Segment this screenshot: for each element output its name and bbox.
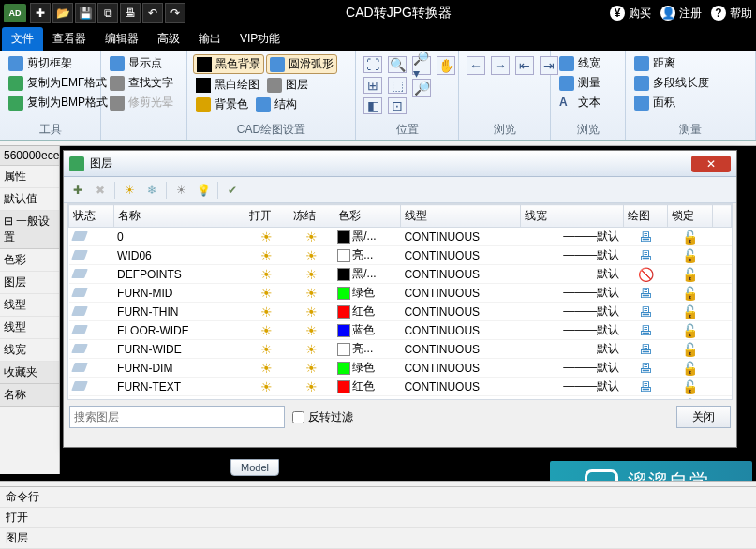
tab-file[interactable]: 文件 xyxy=(2,27,43,51)
bulb-on-icon[interactable]: ☀ xyxy=(260,248,273,263)
ribbon-area[interactable]: 面积 xyxy=(631,94,749,111)
table-row[interactable]: FURN-MID☀☀绿色CONTINUOUS———默认🖶🔓 xyxy=(69,284,732,303)
ribbon-show-point[interactable]: 显示点 xyxy=(107,54,181,72)
th-color[interactable]: 色彩 xyxy=(334,205,400,228)
search-layer-input[interactable] xyxy=(69,406,285,428)
left-row-color[interactable]: 色彩 xyxy=(0,249,59,272)
saveall-icon[interactable]: ⧉ xyxy=(97,3,118,23)
open-icon[interactable]: 📂 xyxy=(52,3,73,23)
table-row[interactable]: FURN-THIN☀☀红色CONTINUOUS———默认🖶🔓 xyxy=(69,303,732,321)
th-lineweight[interactable]: 线宽 xyxy=(520,205,623,228)
lock-icon[interactable]: 🔓 xyxy=(682,361,698,376)
bulb-on-icon[interactable]: ☀ xyxy=(260,230,273,245)
tb-bulb-icon[interactable]: 💡 xyxy=(195,182,212,199)
tb-delete-layer-icon[interactable]: ✖ xyxy=(92,182,109,199)
plot-icon[interactable]: 🖶 xyxy=(639,304,652,319)
ribbon-find-text[interactable]: 查找文字 xyxy=(107,74,181,92)
tab-advanced[interactable]: 高级 xyxy=(148,27,189,51)
color-swatch[interactable] xyxy=(337,343,350,356)
plot-icon[interactable]: 🚫 xyxy=(638,267,654,282)
ribbon-bg-color[interactable]: 背景色 xyxy=(193,96,251,113)
lock-icon[interactable]: 🔓 xyxy=(682,304,698,319)
lock-icon[interactable]: 🔓 xyxy=(682,379,698,394)
lock-icon[interactable]: 🔓 xyxy=(682,267,698,282)
bulb-on-icon[interactable]: ☀ xyxy=(260,267,273,282)
freeze-icon[interactable]: ☀ xyxy=(305,248,318,263)
ribbon-distance[interactable]: 距离 xyxy=(631,54,749,72)
lock-icon[interactable]: 🔓 xyxy=(682,323,698,338)
table-row[interactable]: 0☀☀黑/...CONTINUOUS———默认🖶🔓 xyxy=(69,228,732,246)
ribbon-smooth-arc[interactable]: 圆滑弧形 xyxy=(266,54,337,74)
lock-icon[interactable]: 🔓 xyxy=(682,286,698,301)
tb-freeze-icon[interactable]: ❄ xyxy=(143,182,160,199)
model-tab[interactable]: Model xyxy=(230,459,279,476)
freeze-icon[interactable]: ☀ xyxy=(305,323,318,338)
ribbon-layers[interactable]: 图层 xyxy=(264,76,311,94)
ribbon-measure[interactable]: 测量 xyxy=(556,74,619,92)
print-icon[interactable]: 🖶 xyxy=(120,3,141,23)
plot-icon[interactable]: 🖶 xyxy=(639,230,652,245)
pos-icon-2[interactable]: ⊞ xyxy=(363,77,382,94)
table-row[interactable]: WID06☀☀亮...CONTINUOUS———默认🖶🔓 xyxy=(69,246,732,265)
table-row[interactable]: FURN-TEXT☀☀红色CONTINUOUS———默认🖶🔓 xyxy=(69,378,732,396)
color-swatch[interactable] xyxy=(337,305,350,319)
ribbon-copy-emf[interactable]: 复制为EMF格式 xyxy=(6,74,111,92)
table-row[interactable]: FURN-DIM☀☀绿色CONTINUOUS———默认🖶🔓 xyxy=(69,359,732,378)
dialog-close-button[interactable]: ✕ xyxy=(691,156,731,172)
dialog-titlebar[interactable]: 图层 ✕ xyxy=(64,151,736,177)
plot-icon[interactable]: 🖶 xyxy=(639,323,652,338)
freeze-icon[interactable]: ☀ xyxy=(305,342,318,357)
left-row-layer[interactable]: 图层 xyxy=(0,272,59,294)
pos-icon-5[interactable]: ⬚ xyxy=(388,77,407,94)
th-state[interactable]: 状态 xyxy=(69,205,114,228)
plot-icon[interactable]: 🖶 xyxy=(639,342,652,357)
table-row[interactable]: DEFPOINTS☀☀黑/...CONTINUOUS———默认🚫🔓 xyxy=(69,265,732,284)
redo-icon[interactable]: ↷ xyxy=(165,3,185,23)
buy-button[interactable]: ¥购买 xyxy=(610,6,651,22)
pos-icon-4[interactable]: 🔍 xyxy=(388,56,407,73)
plot-icon[interactable]: 🖶 xyxy=(639,248,652,263)
tab-vip[interactable]: VIP功能 xyxy=(230,27,289,51)
left-row-lineweight[interactable]: 线宽 xyxy=(0,339,59,362)
color-swatch[interactable] xyxy=(337,268,350,281)
bulb-on-icon[interactable]: ☀ xyxy=(260,379,273,394)
color-swatch[interactable] xyxy=(337,230,350,244)
ribbon-text[interactable]: A文本 xyxy=(556,94,619,111)
general-settings[interactable]: ⊟ 一般设置 xyxy=(0,211,59,249)
tb-visible-icon[interactable]: ☀ xyxy=(172,182,189,199)
color-swatch[interactable] xyxy=(337,287,350,300)
tab-output[interactable]: 输出 xyxy=(189,27,230,51)
tb-check-icon[interactable]: ✔ xyxy=(224,182,241,199)
prop-tab[interactable]: 属性 xyxy=(0,166,59,188)
th-plot[interactable]: 绘图 xyxy=(623,205,668,228)
bulb-on-icon[interactable]: ☀ xyxy=(260,304,273,319)
th-lock[interactable]: 锁定 xyxy=(668,205,713,228)
close-button[interactable]: 关闭 xyxy=(676,406,731,428)
help-button[interactable]: ?帮助 xyxy=(711,6,752,22)
ribbon-structure[interactable]: 结构 xyxy=(253,96,300,113)
ribbon-copy-bmp[interactable]: 复制为BMP格式 xyxy=(6,94,111,111)
default-tab[interactable]: 默认值 xyxy=(0,188,59,211)
freeze-icon[interactable]: ☀ xyxy=(305,304,318,319)
zoom-in-icon[interactable]: 🔎▾ xyxy=(412,56,431,75)
freeze-icon[interactable]: ☀ xyxy=(305,286,318,301)
bulb-on-icon[interactable]: ☀ xyxy=(260,323,273,338)
lock-icon[interactable]: 🔓 xyxy=(682,342,698,357)
ribbon-black-bg[interactable]: 黑色背景 xyxy=(193,54,264,74)
th-open[interactable]: 打开 xyxy=(245,205,289,228)
ribbon-trim-halo[interactable]: 修剪光晕 xyxy=(107,94,181,111)
nav-first-icon[interactable]: ⇤ xyxy=(515,56,534,75)
pos-icon-3[interactable]: ◧ xyxy=(363,97,382,114)
tb-new-layer-icon[interactable]: ✚ xyxy=(69,182,86,199)
tab-editor[interactable]: 编辑器 xyxy=(96,27,148,51)
ribbon-polylength[interactable]: 多段线长度 xyxy=(631,74,749,92)
invert-filter-checkbox[interactable]: 反转过滤 xyxy=(292,409,669,425)
plot-icon[interactable]: 🖶 xyxy=(639,361,652,376)
tab-viewer[interactable]: 查看器 xyxy=(43,27,96,51)
zoom-out-icon[interactable]: 🔎 xyxy=(412,79,431,97)
pos-icon-6[interactable]: ⊡ xyxy=(388,97,407,114)
nav-next-icon[interactable]: → xyxy=(491,56,510,75)
left-row-linetype2[interactable]: 线型 xyxy=(0,317,59,339)
bulb-on-icon[interactable]: ☀ xyxy=(260,361,273,376)
pos-icon-1[interactable]: ⛶ xyxy=(363,56,382,73)
